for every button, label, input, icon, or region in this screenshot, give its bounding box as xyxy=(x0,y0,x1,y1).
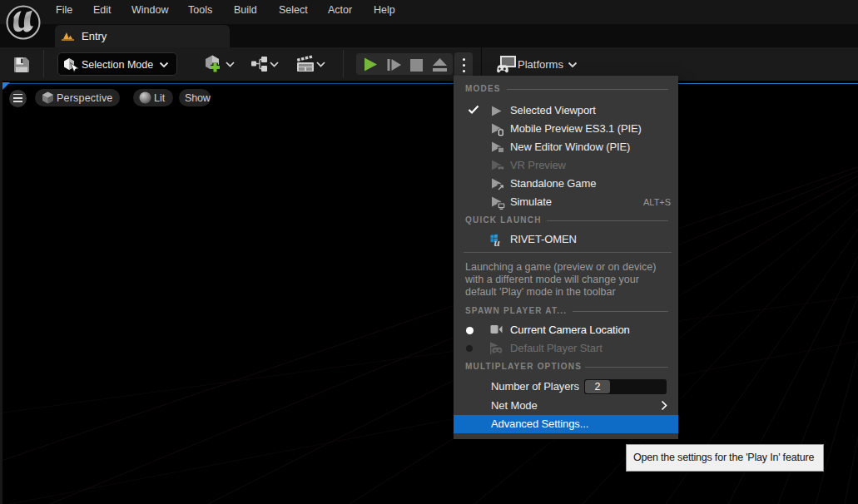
svg-text:u: u xyxy=(494,236,500,247)
